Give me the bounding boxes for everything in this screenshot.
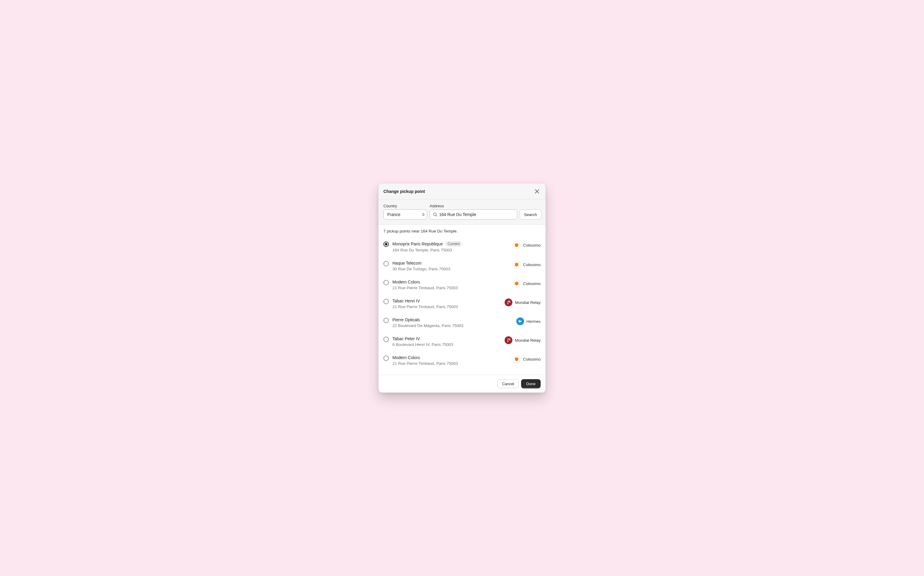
search-bar: Country France Address Search bbox=[379, 200, 545, 225]
address-label: Address bbox=[430, 204, 517, 208]
country-select[interactable]: France bbox=[384, 210, 427, 219]
pickup-name: Pierre Opticals bbox=[392, 317, 420, 322]
carrier: Hermes bbox=[516, 317, 540, 325]
carrier: Colissimo bbox=[513, 355, 540, 363]
pickup-radio[interactable] bbox=[384, 261, 389, 266]
cancel-button[interactable]: Cancel bbox=[497, 379, 518, 388]
pickup-point-list: Monoprix Paris RepubliqueCurrent164 Rue … bbox=[379, 235, 545, 375]
modal-title: Change pickup point bbox=[384, 189, 425, 194]
pickup-address: 30 Rue De Turbigo, Paris 75003 bbox=[392, 267, 509, 271]
close-button[interactable] bbox=[533, 188, 540, 195]
address-field: Address bbox=[430, 204, 517, 219]
carrier: Colissimo bbox=[513, 280, 540, 287]
pickup-radio[interactable] bbox=[384, 337, 389, 342]
pickup-point-modal: Change pickup point Country France Addre… bbox=[378, 183, 546, 393]
carrier-label: Mondial Relay bbox=[515, 338, 540, 342]
carrier-label: Hermes bbox=[526, 319, 540, 324]
done-button[interactable]: Done bbox=[521, 379, 540, 388]
pickup-point-row[interactable]: Modern Colors21 Rue Pierre Timbaud, Pari… bbox=[384, 275, 540, 294]
pickup-point-row[interactable]: Pierre Opticals22 Boulevard De Magenta, … bbox=[384, 313, 540, 332]
pickup-info: Haque Telecom30 Rue De Turbigo, Paris 75… bbox=[392, 261, 509, 271]
hermes-icon bbox=[516, 317, 524, 325]
results-caption: 7 pickup points near 164 Rue Du Temple. bbox=[379, 225, 545, 235]
pickup-point-row[interactable]: Tabac Henri IV21 Rue Pierre Timbaud, Par… bbox=[384, 294, 540, 313]
pickup-name: Tabac Henri IV bbox=[392, 299, 420, 303]
pickup-name: Monoprix Paris Republique bbox=[392, 242, 443, 246]
modal-header: Change pickup point bbox=[379, 184, 545, 200]
colissimo-icon bbox=[513, 241, 521, 249]
search-icon bbox=[433, 212, 437, 217]
pickup-info: Modern Colors21 Rue Pierre Timbaud, Pari… bbox=[392, 280, 509, 290]
pickup-address: 164 Rue Du Temple, Paris 75003 bbox=[392, 248, 509, 252]
country-select-wrap: France bbox=[384, 210, 427, 219]
carrier-label: Colissimo bbox=[523, 357, 540, 362]
colissimo-icon bbox=[513, 355, 521, 363]
pickup-address: 21 Rue Pierre Timbaud, Paris 75003 bbox=[392, 304, 501, 309]
svg-point-3 bbox=[508, 341, 508, 342]
svg-point-1 bbox=[508, 304, 508, 304]
pickup-address: 22 Boulevard De Magenta, Paris 75003 bbox=[392, 323, 513, 328]
pickup-point-row[interactable]: Haque Telecom30 Rue De Turbigo, Paris 75… bbox=[384, 256, 540, 275]
carrier: Colissimo bbox=[513, 261, 540, 269]
mondial-relay-icon bbox=[505, 336, 512, 344]
pickup-name: Tabac Peter IV bbox=[392, 336, 420, 341]
close-icon bbox=[535, 189, 539, 194]
carrier-label: Colissimo bbox=[523, 243, 540, 248]
pickup-address: 6 Boulevard Henri IV, Paris 75003 bbox=[392, 342, 501, 347]
pickup-address: 21 Rue Pierre Timbaud, Paris 75003 bbox=[392, 361, 509, 366]
pickup-name: Modern Colors bbox=[392, 355, 420, 360]
address-input[interactable] bbox=[439, 212, 514, 217]
pickup-point-row[interactable]: Tabac Peter IV6 Boulevard Henri IV, Pari… bbox=[384, 332, 540, 351]
pickup-radio[interactable] bbox=[384, 299, 389, 304]
pickup-info: Tabac Henri IV21 Rue Pierre Timbaud, Par… bbox=[392, 299, 501, 309]
pickup-address: 21 Rue Pierre Timbaud, Paris 75003 bbox=[392, 286, 509, 290]
carrier: Mondial Relay bbox=[505, 299, 540, 306]
pickup-radio[interactable] bbox=[384, 242, 389, 247]
pickup-point-row[interactable]: Modern Colors21 Rue Pierre Timbaud, Pari… bbox=[384, 351, 540, 370]
carrier: Mondial Relay bbox=[505, 336, 540, 344]
pickup-radio[interactable] bbox=[384, 280, 389, 285]
pickup-point-row[interactable]: Monoprix Paris RepubliqueCurrent164 Rue … bbox=[384, 237, 540, 256]
pickup-name: Modern Colors bbox=[392, 280, 420, 285]
pickup-info: Tabac Peter IV6 Boulevard Henri IV, Pari… bbox=[392, 336, 501, 347]
address-input-wrap bbox=[430, 210, 517, 219]
pickup-info: Pierre Opticals22 Boulevard De Magenta, … bbox=[392, 317, 513, 328]
modal-footer: Cancel Done bbox=[379, 375, 545, 392]
carrier-label: Colissimo bbox=[523, 262, 540, 267]
mondial-relay-icon bbox=[505, 299, 512, 306]
pickup-info: Modern Colors21 Rue Pierre Timbaud, Pari… bbox=[392, 355, 509, 366]
pickup-name: Haque Telecom bbox=[392, 261, 422, 266]
country-field: Country France bbox=[384, 204, 427, 219]
pickup-info: Monoprix Paris RepubliqueCurrent164 Rue … bbox=[392, 241, 509, 252]
pickup-radio[interactable] bbox=[384, 355, 389, 361]
pickup-radio[interactable] bbox=[384, 318, 389, 323]
colissimo-icon bbox=[513, 261, 521, 269]
search-button[interactable]: Search bbox=[520, 210, 542, 219]
country-label: Country bbox=[384, 204, 427, 208]
current-badge: Current bbox=[445, 241, 462, 246]
carrier: Colissimo bbox=[513, 241, 540, 249]
svg-rect-2 bbox=[518, 320, 520, 320]
colissimo-icon bbox=[513, 280, 521, 287]
carrier-label: Colissimo bbox=[523, 282, 540, 286]
carrier-label: Mondial Relay bbox=[515, 300, 540, 305]
